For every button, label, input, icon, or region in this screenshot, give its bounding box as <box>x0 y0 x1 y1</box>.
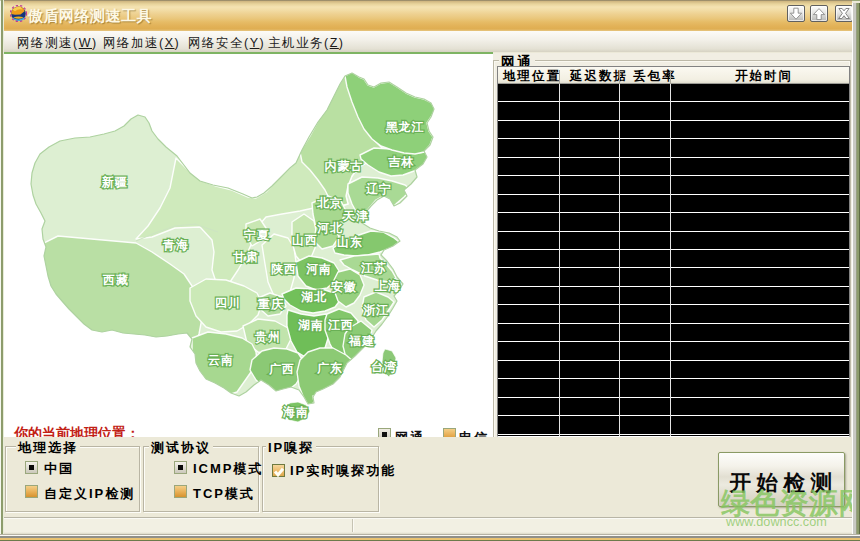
svg-text:山西: 山西 <box>292 233 318 247</box>
svg-text:河北: 河北 <box>317 221 343 235</box>
svg-text:甘肃: 甘肃 <box>233 250 259 264</box>
svg-text:西藏: 西藏 <box>102 273 129 287</box>
svg-text:江西: 江西 <box>327 318 354 332</box>
svg-text:湖南: 湖南 <box>298 318 324 332</box>
svg-text:广西: 广西 <box>268 362 295 376</box>
svg-text:江苏: 江苏 <box>360 261 387 275</box>
svg-text:贵州: 贵州 <box>254 330 281 344</box>
svg-text:内蒙古: 内蒙古 <box>325 159 364 173</box>
svg-text:重庆: 重庆 <box>257 297 284 311</box>
svg-text:新疆: 新疆 <box>101 175 128 189</box>
svg-text:云南: 云南 <box>208 353 234 367</box>
svg-text:台湾: 台湾 <box>371 360 397 374</box>
svg-text:吉林: 吉林 <box>388 155 414 169</box>
svg-text:山东: 山东 <box>337 235 363 249</box>
svg-text:福建: 福建 <box>348 334 375 348</box>
svg-text:天津: 天津 <box>342 209 369 223</box>
svg-text:辽宁: 辽宁 <box>365 182 392 196</box>
svg-text:北京: 北京 <box>316 196 343 210</box>
svg-text:四川: 四川 <box>215 296 241 310</box>
svg-text:宁夏: 宁夏 <box>243 228 270 242</box>
svg-text:湖北: 湖北 <box>301 290 327 304</box>
svg-text:河南: 河南 <box>306 262 332 276</box>
svg-text:安徽: 安徽 <box>331 280 357 294</box>
svg-text:浙江: 浙江 <box>363 303 389 317</box>
svg-text:海南: 海南 <box>282 405 309 419</box>
svg-text:青海: 青海 <box>162 238 189 252</box>
svg-text:黑龙江: 黑龙江 <box>386 120 425 134</box>
svg-text:上海: 上海 <box>374 279 401 293</box>
svg-text:广东: 广东 <box>316 361 343 375</box>
svg-text:陕西: 陕西 <box>271 262 297 276</box>
